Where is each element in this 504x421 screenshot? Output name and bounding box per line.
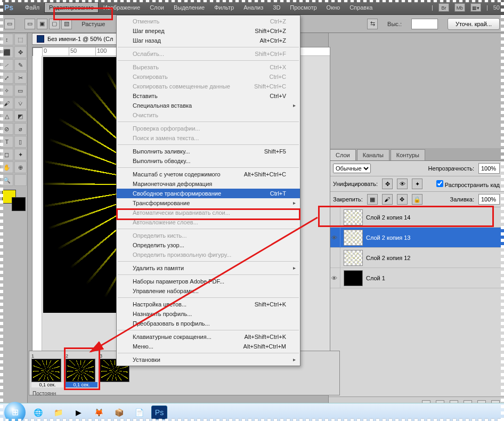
taskbar-browser-icon[interactable]: 🦊	[91, 406, 107, 419]
minibridge-button[interactable]: Mb	[454, 3, 465, 12]
menu-item[interactable]: Удалить из памяти	[117, 263, 300, 273]
menu-item[interactable]: Шаг впередShift+Ctrl+Z	[117, 26, 300, 36]
refine-edge-button[interactable]: Уточн. край...	[448, 18, 500, 30]
animation-frame[interactable]: 20,1 сек.	[66, 353, 97, 387]
constrain-icon[interactable]: ⇆	[367, 19, 378, 29]
menu-item-label: Специальная вставка	[133, 102, 192, 109]
taskbar-ps-icon[interactable]: Ps	[151, 406, 167, 419]
menu-item[interactable]: Установки	[117, 355, 300, 365]
tool-button[interactable]: ✥	[14, 46, 27, 58]
menu-item[interactable]: Выполнить обводку...	[117, 156, 300, 166]
unify-position-icon[interactable]: ✥	[382, 179, 393, 189]
menu-item-label: Автоналожение слоев...	[133, 219, 198, 225]
tool-button[interactable]: ⊕	[14, 161, 27, 173]
panel-tab[interactable]: Контуры	[391, 149, 425, 160]
menu-item[interactable]: Свободное трансформированиеCtrl+T	[117, 189, 300, 198]
menu-выделение[interactable]: Выделение	[169, 2, 209, 13]
menu-item-label: Назначить профиль...	[133, 311, 192, 317]
tool-button[interactable]: ▭	[14, 85, 27, 96]
zoom-value: 50	[493, 4, 500, 11]
menu-item[interactable]: Определить узор...	[117, 240, 300, 250]
lock-all-icon[interactable]: 🔒	[412, 194, 422, 205]
start-button[interactable]: ⊞	[4, 402, 26, 422]
taskbar-doc-icon[interactable]: 📄	[131, 406, 147, 419]
menu-item[interactable]: Наборы параметров Adobe PDF...	[117, 277, 300, 286]
menu-item[interactable]: Трансформирование	[117, 198, 300, 208]
menubar: Ps ФайлРедактированиеИзображениеСлоиВыде…	[0, 0, 504, 15]
taskbar-explorer-icon[interactable]: 📁	[50, 406, 66, 419]
tool-button[interactable]: ⩒	[14, 98, 27, 109]
menu-item[interactable]: ВставитьCtrl+V	[117, 91, 300, 101]
tool-button[interactable]: ▯	[14, 136, 27, 148]
tool-button[interactable]: ✦	[14, 149, 27, 160]
menu-item[interactable]: Шаг назадAlt+Ctrl+Z	[117, 36, 300, 45]
taskbar-media-icon[interactable]: ▶	[70, 406, 86, 419]
visibility-toggle[interactable]	[329, 207, 340, 228]
menu-item-shortcut: Alt+Shift+Ctrl+K	[244, 334, 286, 340]
layer-row[interactable]: Слой 1	[329, 268, 504, 288]
menu-редактирование[interactable]: Редактирование	[44, 2, 99, 13]
menu-фильтр[interactable]: Фильтр	[209, 2, 239, 13]
tool-button[interactable]: ✎	[14, 59, 27, 71]
selection-mode-icon[interactable]: ▭	[25, 19, 35, 29]
background-color[interactable]	[12, 197, 26, 211]
bridge-button[interactable]: Br	[438, 3, 449, 12]
selection-mode-icon[interactable]: ▧	[61, 19, 72, 29]
layer-row[interactable]: Слой 2 копия 14	[329, 207, 504, 228]
unify-visibility-icon[interactable]: 👁	[397, 179, 408, 189]
feather-label: Растуше	[82, 21, 105, 27]
menu-item[interactable]: Выполнить заливку...Shift+F5	[117, 147, 300, 156]
blend-mode-select[interactable]: Обычные	[333, 164, 371, 173]
tool-button[interactable]: ⬚	[14, 34, 27, 45]
frame-duration[interactable]: 0,1 сек.	[66, 382, 97, 387]
layer-row[interactable]: Слой 2 копия 12	[329, 248, 504, 268]
unify-style-icon[interactable]: ✦	[412, 179, 422, 189]
menu-анализ[interactable]: Анализ	[239, 2, 268, 13]
menu-item[interactable]: Марионеточная деформация	[117, 179, 300, 189]
frame-duration[interactable]: 0,1 сек.	[31, 382, 63, 387]
menu-файл[interactable]: Файл	[20, 2, 44, 13]
document-tab[interactable]: Без имени-1 @ 50% (Сл	[32, 33, 118, 45]
panel-tab[interactable]: Слои	[330, 149, 356, 160]
tool-preset-icon[interactable]: ▭	[4, 19, 15, 29]
menu-слои[interactable]: Слои	[145, 2, 169, 13]
menu-изображение[interactable]: Изображение	[99, 2, 145, 13]
menu-item[interactable]: Клавиатурные сокращения...Alt+Shift+Ctrl…	[117, 332, 300, 342]
menu-item[interactable]: Преобразовать в профиль...	[117, 319, 300, 328]
menu-item[interactable]: Управление наборами...	[117, 286, 300, 296]
taskbar-ie-icon[interactable]: 🌐	[30, 406, 46, 419]
taskbar-archiver-icon[interactable]: 📦	[111, 406, 127, 419]
layer-row[interactable]: Слой 2 копия 13	[329, 228, 504, 248]
visibility-toggle[interactable]	[329, 248, 340, 268]
menu-item[interactable]: Настройка цветов...Shift+Ctrl+K	[117, 299, 300, 309]
tool-button[interactable]: ◩	[14, 110, 27, 122]
menu-3d[interactable]: 3D	[268, 2, 285, 13]
menu-item[interactable]: Назначить профиль...	[117, 309, 300, 319]
tool-button[interactable]: ✂	[14, 72, 27, 84]
selection-mode-icon[interactable]: ▣	[37, 19, 47, 29]
propagate-checkbox[interactable]	[436, 180, 443, 187]
menu-item-label: Выполнить заливку...	[133, 148, 190, 155]
menu-item-label: Управление наборами...	[133, 288, 199, 294]
lock-paint-icon[interactable]: 🖌	[382, 194, 393, 205]
menu-item[interactable]: Меню...Alt+Shift+Ctrl+M	[117, 342, 300, 351]
lock-pixels-icon[interactable]: ▦	[367, 194, 378, 205]
menu-справка[interactable]: Справка	[345, 2, 377, 13]
height-field[interactable]	[411, 19, 438, 29]
opacity-field[interactable]	[478, 163, 500, 174]
panel-tab[interactable]: Каналы	[357, 149, 389, 160]
menu-item[interactable]: Масштаб с учетом содержимогоAlt+Shift+Ct…	[117, 169, 300, 179]
tool-button[interactable]: ⌀	[14, 123, 27, 135]
fill-field[interactable]	[478, 194, 500, 205]
menu-item[interactable]: Специальная вставка	[117, 101, 300, 110]
screen-mode-icon[interactable]: ▦▾	[470, 3, 481, 12]
animation-frame[interactable]: 10,1 сек.	[31, 353, 63, 387]
menu-просмотр[interactable]: Просмотр	[285, 2, 321, 13]
visibility-toggle[interactable]	[329, 228, 340, 248]
lock-move-icon[interactable]: ✥	[397, 194, 408, 205]
tool-button[interactable]	[14, 174, 27, 186]
menu-item-shortcut: Shift+Ctrl+Z	[255, 28, 286, 34]
visibility-toggle[interactable]	[329, 268, 340, 288]
selection-mode-icon[interactable]: ▢	[49, 19, 60, 29]
menu-окно[interactable]: Окно	[322, 2, 345, 13]
